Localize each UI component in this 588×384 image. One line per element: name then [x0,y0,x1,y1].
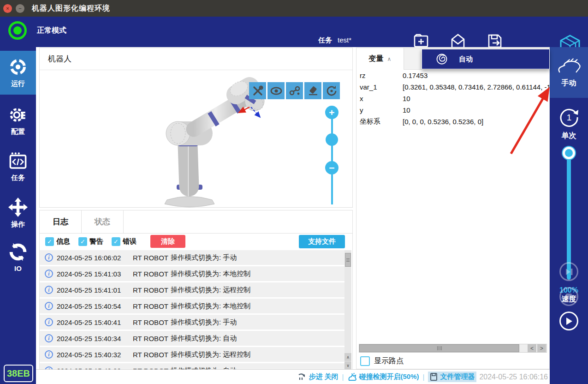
path-button[interactable] [286,82,303,99]
scroll-down-icon[interactable]: ∨ [344,361,351,369]
variables-tab[interactable]: 变量 ∧ [356,48,404,70]
io-cycle-icon [8,242,28,262]
log-list: i 2024-05-25 16:06:02RT ROBOT操作模式切换为: 手动… [40,250,345,369]
save-icon [487,33,503,49]
view-toolbar [249,82,340,99]
log-row[interactable]: i 2024-05-25 15:40:54RT ROBOT操作模式切换为: 本地… [40,299,345,313]
sidebar-item-config[interactable]: 配置 [0,99,36,143]
sidebar-item-task[interactable]: 任务 [0,145,36,189]
h-scrollbar-thumb[interactable] [359,344,519,352]
filter-warning[interactable]: ✓ 警告 [78,237,103,246]
zoom-slider-thumb[interactable] [326,133,338,146]
scroll-right-icon[interactable]: > [537,344,546,352]
scroll-left-icon[interactable]: < [528,344,536,352]
separator: | [423,373,425,381]
tab-status[interactable]: 状态 [82,210,124,233]
log-row[interactable]: i 2024-05-25 15:40:34RT ROBOT操作模式切换为: 自动 [40,331,345,346]
support-files-button[interactable]: 支持文件 [299,235,345,248]
visibility-button[interactable] [267,82,285,99]
eye-icon [270,84,283,97]
variable-row[interactable]: 坐标系[0, 0, 0, 0.5236, 0.5236, 0] [356,116,549,127]
log-scrollbar[interactable]: ∧ ∨ [344,250,351,369]
checkbox-error[interactable]: ✓ [112,237,120,246]
tools-button[interactable] [249,82,266,99]
zoom-in-button[interactable]: + [325,106,339,119]
app-window: × – 机器人图形化编程环境 正常模式 任务 test* 配置 default … [0,0,588,384]
info-icon: i [45,253,53,262]
manual-mode-button[interactable]: 手动 [550,47,588,98]
robot-3d-view[interactable]: + − [40,70,352,207]
tab-log[interactable]: 日志 [40,210,82,233]
log-scrollbar-thumb[interactable] [345,253,351,267]
filter-error[interactable]: ✓ 错误 [112,237,137,246]
drive-icon [430,373,438,381]
close-icon[interactable]: × [3,4,12,13]
info-icon: i [45,270,53,278]
variable-row[interactable]: y10 [356,104,549,116]
variable-row[interactable]: rz0.17453 [356,70,549,81]
checkbox-info[interactable]: ✓ [45,237,54,246]
checkbox-waypoints[interactable] [360,356,370,366]
single-run-button[interactable]: 1 单次 [550,102,588,145]
hand-icon [557,57,581,76]
task-value: test* [338,36,351,45]
step-mode-toggle[interactable]: 步进 关闭 [298,372,338,381]
filter-info[interactable]: ✓ 信息 [45,237,70,246]
log-row[interactable]: i 2024-05-25 15:40:32RT ROBOT操作模式切换为: 远程… [40,347,345,362]
log-filter-row: ✓ 信息 ✓ 警告 ✓ 错误 清除 支持文件 [40,234,352,249]
log-panel: 日志 状态 ✓ 信息 ✓ 警告 ✓ 错误 清除 支持文件 i 2024-05-2… [39,210,353,369]
topbar: 正常模式 任务 test* 配置 default 新建 打开 [0,17,588,47]
stop-button[interactable] [559,287,578,306]
checkbox-warning[interactable]: ✓ [78,237,87,246]
info-icon: i [45,334,53,342]
log-row[interactable]: i 2024-05-25 16:06:02RT ROBOT操作模式切换为: 手动 [40,250,345,265]
svg-text:1: 1 [566,113,571,122]
log-row[interactable]: i 2024-05-25 15:40:30RT ROBOT操作模式切换为: 自动 [40,363,345,369]
minimize-icon[interactable]: – [16,4,24,13]
mode-dropdown-auto[interactable]: 自动 [422,49,550,69]
log-tabs: 日志 状态 [40,210,352,234]
log-row[interactable]: i 2024-05-25 15:41:01RT ROBOT操作模式切换为: 远程… [40,282,345,297]
erase-button[interactable] [304,82,321,99]
single-cycle-icon: 1 [558,106,580,128]
log-row[interactable]: i 2024-05-25 15:40:41RT ROBOT操作模式切换为: 手动 [40,315,345,330]
left-sidebar: 运行 配置 任务 操作 [0,47,36,384]
normal-mode-icon [8,21,27,40]
sidebar-item-io[interactable]: IO [0,235,36,279]
collapse-icon: ∧ [387,56,392,62]
robot-panel-title: 机器人 [48,54,71,64]
stop-icon [565,293,572,300]
reset-view-button[interactable] [323,82,340,99]
zoom-control: + − [325,106,339,207]
mode-indicator: 正常模式 [8,21,66,40]
eraser-icon [307,84,320,97]
speed-slider-thumb[interactable] [563,147,575,159]
horizontal-scrollbar[interactable]: < > [359,344,547,353]
variable-row[interactable]: var_1[0.3261, 0.35348, 0.73416, 2.72866,… [356,81,549,93]
scroll-up-icon[interactable]: ∧ [344,353,351,361]
status-badge: 38EB [4,365,33,382]
sidebar-item-operate[interactable]: 操作 [0,191,36,235]
robot-panel: 机器人 [39,48,353,208]
sidebar-item-run[interactable]: 运行 [0,51,36,95]
show-waypoints-option[interactable]: 显示路点 [360,356,404,366]
speed-slider [550,147,588,281]
speed-slider-track[interactable] [567,157,571,280]
play-button[interactable] [559,312,578,330]
move-arrows-icon [8,197,28,217]
right-sidebar: 手动 1 单次 100% 速度 [550,47,588,384]
collision-detection-toggle[interactable]: 碰撞检测开启(50%) [348,372,419,381]
file-manager-button[interactable]: 文件管理器 [428,372,476,382]
gear-icon [8,105,28,125]
log-row[interactable]: i 2024-05-25 15:41:03RT ROBOT操作模式切换为: 本地… [40,266,345,281]
auto-mode-icon [436,53,448,65]
statusbar: 步进 关闭 | 碰撞检测开启(50%) | 文件管理器 2024-05-25 1… [36,369,550,384]
mode-label: 正常模式 [37,26,66,36]
clear-button[interactable]: 清除 [150,235,185,248]
variables-panel: 变量 ∧ rz0.17453 var_1[0.3261, 0.35348, 0.… [356,48,550,369]
step-next-button[interactable] [559,262,578,281]
open-file-icon [450,33,466,49]
variable-row[interactable]: x10 [356,93,549,104]
zoom-out-button[interactable]: − [325,161,339,174]
rotate-icon [325,84,338,97]
